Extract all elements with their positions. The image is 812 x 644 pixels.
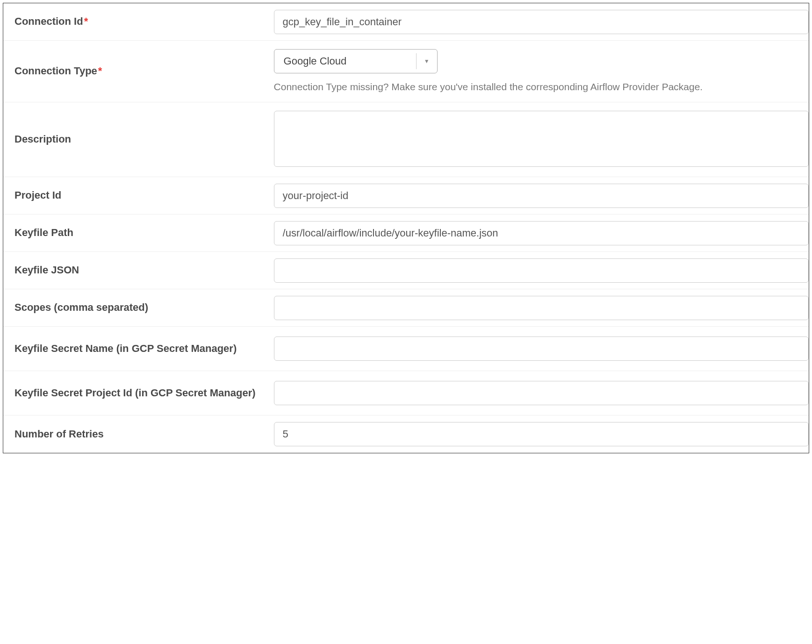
row-project-id: Project Id (3, 177, 809, 215)
connection-id-input[interactable] (274, 10, 809, 34)
input-col-connection-id (269, 5, 809, 39)
label-description: Description (3, 123, 269, 156)
keyfile-json-input[interactable] (274, 258, 809, 283)
scopes-input[interactable] (274, 296, 809, 320)
row-num-retries: Number of Retries (3, 415, 809, 453)
required-marker: * (98, 65, 102, 77)
row-scopes: Scopes (comma separated) (3, 289, 809, 327)
label-keyfile-secret-project-id: Keyfile Secret Project Id (in GCP Secret… (3, 377, 269, 410)
description-input[interactable] (274, 111, 809, 167)
label-scopes: Scopes (comma separated) (3, 291, 269, 324)
num-retries-input[interactable] (274, 422, 809, 446)
connection-type-select-wrapper: Google Cloud ▼ (274, 49, 438, 73)
chevron-down-icon: ▼ (424, 58, 430, 64)
project-id-input[interactable] (274, 184, 809, 208)
label-text-connection-id: Connection Id (14, 15, 83, 27)
required-marker: * (84, 15, 88, 27)
connection-type-select[interactable]: Google Cloud ▼ (274, 49, 438, 73)
keyfile-secret-project-id-input[interactable] (274, 381, 809, 405)
input-col-scopes (269, 291, 809, 325)
connection-type-selected: Google Cloud (284, 55, 347, 67)
keyfile-secret-name-input[interactable] (274, 336, 809, 361)
label-keyfile-secret-name: Keyfile Secret Name (in GCP Secret Manag… (3, 332, 269, 365)
label-text-connection-type: Connection Type (14, 65, 97, 77)
row-keyfile-secret-name: Keyfile Secret Name (in GCP Secret Manag… (3, 327, 809, 371)
row-keyfile-path: Keyfile Path (3, 215, 809, 252)
label-connection-id: Connection Id* (3, 5, 269, 38)
label-keyfile-path: Keyfile Path (3, 216, 269, 250)
row-description: Description (3, 102, 809, 177)
row-keyfile-json: Keyfile JSON (3, 252, 809, 289)
input-col-keyfile-json (269, 254, 809, 287)
input-col-project-id (269, 179, 809, 213)
label-connection-type: Connection Type* (3, 55, 269, 88)
row-connection-id: Connection Id* (3, 3, 809, 41)
input-col-keyfile-path (269, 216, 809, 250)
row-connection-type: Connection Type* Google Cloud ▼ Connecti… (3, 41, 809, 102)
connection-form: Connection Id* Connection Type* Google C… (3, 3, 809, 453)
label-num-retries: Number of Retries (3, 418, 269, 451)
label-project-id: Project Id (3, 179, 269, 212)
row-keyfile-secret-project-id: Keyfile Secret Project Id (in GCP Secret… (3, 371, 809, 415)
input-col-num-retries (269, 417, 809, 451)
connection-type-help: Connection Type missing? Make sure you'v… (274, 80, 809, 93)
select-divider (416, 53, 417, 69)
input-col-connection-type: Google Cloud ▼ Connection Type missing? … (269, 41, 809, 102)
input-col-keyfile-secret-name (269, 332, 809, 365)
input-col-keyfile-secret-project-id (269, 376, 809, 410)
keyfile-path-input[interactable] (274, 221, 809, 245)
label-keyfile-json: Keyfile JSON (3, 254, 269, 287)
input-col-description (269, 106, 809, 173)
